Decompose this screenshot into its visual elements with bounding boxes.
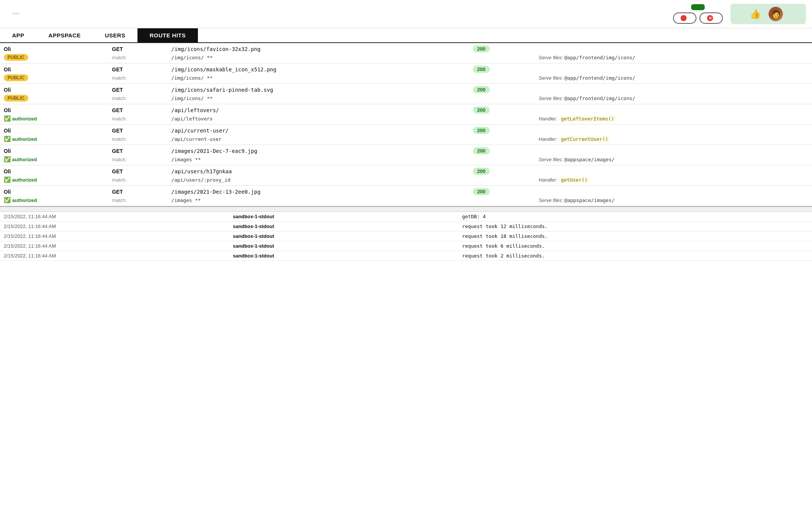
route-result-cell: Handler: getLeftoverItems() <box>535 114 812 125</box>
route-status-cell: 200 <box>469 186 535 196</box>
log-source: sandbox-1-stdout <box>229 231 458 241</box>
serve-label: Serve files: <box>539 55 563 60</box>
route-status-sub <box>469 94 535 104</box>
route-status-cell: 200 <box>469 125 535 135</box>
handler-fn: getCurrentUser() <box>559 136 610 142</box>
route-method: GET <box>108 43 168 53</box>
route-row-main: Oli GET /images/2021-Dec-7-eac9.jpg 200 <box>0 145 812 156</box>
route-result-empty <box>535 84 812 94</box>
kill-button[interactable]: ✕ <box>699 12 723 24</box>
log-row: 2/15/2022, 11:16:44 AM sandbox-1-stdout … <box>0 222 812 231</box>
log-source: sandbox-1-stdout <box>229 212 458 222</box>
serve-label: Serve files: <box>539 157 563 162</box>
inspect-button[interactable] <box>673 12 696 24</box>
route-status-cell: 200 <box>469 84 535 94</box>
appspace-log-header <box>0 206 812 212</box>
serve-label: Serve files: <box>539 197 563 203</box>
route-path: /api/current-user/ <box>168 125 469 135</box>
match-path-cell: /api/current-user <box>168 135 469 145</box>
kill-icon: ✕ <box>707 15 713 21</box>
tab-app[interactable]: APP <box>0 28 36 42</box>
route-result-empty <box>535 186 812 196</box>
tab-users[interactable]: USERS <box>93 28 137 42</box>
log-table: 2/15/2022, 11:16:44 AM sandbox-1-stdout … <box>0 212 812 261</box>
route-path: /img/icons/favicon-32x32.png <box>168 43 469 53</box>
serve-path: @appspace/images/ <box>564 157 614 162</box>
log-source: sandbox-1-stdout <box>229 251 458 261</box>
route-badge-cell: PUBLIC <box>0 74 108 84</box>
route-status-sub <box>469 135 535 145</box>
match-path-cell: /img/icons/ ** <box>168 74 469 84</box>
route-user: Oli <box>0 125 108 135</box>
route-row-sub: ✅authorized match: /api/users/:proxy_id … <box>0 176 812 186</box>
route-row-sub: ✅authorized match: /images ** Serve file… <box>0 196 812 206</box>
log-time: 2/15/2022, 11:16:44 AM <box>0 231 229 241</box>
route-status-cell: 200 <box>469 145 535 156</box>
status-badge: 200 <box>473 106 490 114</box>
match-path-cell: /api/users/:proxy_id <box>168 176 469 186</box>
route-user: Oli <box>0 165 108 176</box>
match-label-cell: match: <box>108 135 168 145</box>
route-row-main: Oli GET /img/icons/safari-pinned-tab.svg… <box>0 84 812 94</box>
serve-path: @app/frontend/img/icons/ <box>564 75 635 81</box>
badge-authorized: ✅authorized <box>4 156 105 163</box>
tab-appspace[interactable]: APPSPACE <box>36 28 93 42</box>
match-label: match: <box>112 197 127 203</box>
route-row-main: Oli GET /img/icons/maskable_icon_x512.pn… <box>0 63 812 74</box>
match-label: match: <box>112 116 127 122</box>
status-badge: 200 <box>473 188 490 195</box>
route-badge-cell: ✅authorized <box>0 155 108 165</box>
route-path: /images/2021-Dec-13-2ee0.jpg <box>168 186 469 196</box>
tab-bar: APP APPSPACE USERS ROUTE HITS <box>0 28 812 43</box>
match-label-cell: match: <box>108 155 168 165</box>
route-row-sub: ✅authorized match: /api/current-user Han… <box>0 135 812 145</box>
route-method: GET <box>108 186 168 196</box>
match-path-cell: /images ** <box>168 155 469 165</box>
thumbs-up-icon: 👍 <box>750 9 761 19</box>
route-user: Oli <box>0 104 108 115</box>
route-method: GET <box>108 165 168 176</box>
route-result-cell: Serve files: @app/frontend/img/icons/ <box>535 94 812 104</box>
route-status-cell: 200 <box>469 104 535 115</box>
serve-label: Serve files: <box>539 75 563 81</box>
badge-public: PUBLIC <box>4 74 28 81</box>
route-row-main: Oli GET /api/users/h17gnkaa 200 <box>0 165 812 176</box>
status-badge: 200 <box>473 147 490 154</box>
serve-label: Serve files: <box>539 96 563 101</box>
route-hits-table: Oli GET /img/icons/favicon-32x32.png 200… <box>0 43 812 206</box>
route-result-cell: Handler: getCurrentUser() <box>535 135 812 145</box>
match-path: /images ** <box>171 197 201 203</box>
route-status-cell: 200 <box>469 63 535 74</box>
route-method: GET <box>108 125 168 135</box>
tab-route-hits[interactable]: ROUTE HITS <box>137 28 198 42</box>
match-label: match: <box>112 177 127 183</box>
route-path: /img/icons/maskable_icon_x512.png <box>168 63 469 74</box>
check-icon: ✅ <box>4 176 11 183</box>
route-method: GET <box>108 63 168 74</box>
match-label-cell: match: <box>108 74 168 84</box>
match-label-cell: match: <box>108 114 168 125</box>
route-method: GET <box>108 104 168 115</box>
route-badge-cell: ✅authorized <box>0 114 108 125</box>
log-message: request took 2 milliseconds. <box>458 251 812 261</box>
route-path: /api/leftovers/ <box>168 104 469 115</box>
match-path: /images ** <box>171 157 201 162</box>
route-method: GET <box>108 84 168 94</box>
status-badge: 200 <box>473 127 490 134</box>
route-badge-cell: PUBLIC <box>0 53 108 63</box>
route-result-empty <box>535 125 812 135</box>
log-source: sandbox-1-stdout <box>229 222 458 231</box>
match-path: /api/current-user <box>171 136 222 142</box>
route-path: /api/users/h17gnkaa <box>168 165 469 176</box>
match-path: /img/icons/ ** <box>171 55 213 60</box>
log-message: request took 18 milliseconds. <box>458 231 812 241</box>
match-label: match: <box>112 136 127 142</box>
badge-public: PUBLIC <box>4 54 28 61</box>
status-badge: 200 <box>473 45 490 52</box>
match-path: /api/leftovers <box>171 116 213 122</box>
avatar: 🧑 <box>769 7 783 21</box>
match-path: /img/icons/ ** <box>171 75 213 81</box>
match-path: /img/icons/ ** <box>171 96 213 101</box>
route-status-sub <box>469 114 535 125</box>
match-label-cell: match: <box>108 196 168 206</box>
